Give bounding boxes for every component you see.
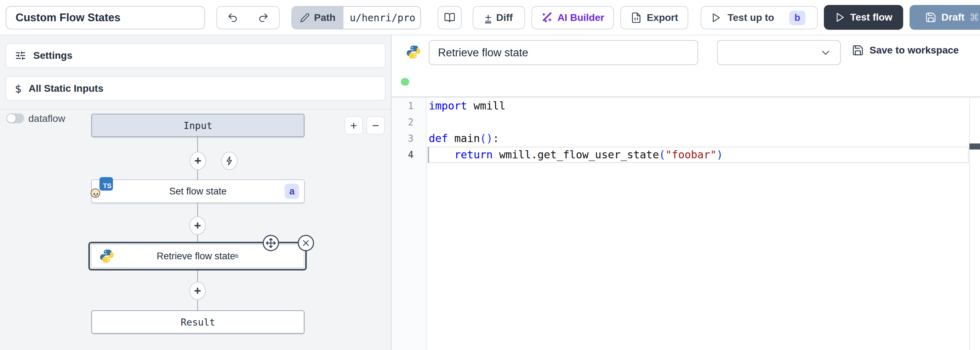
editor-scrollbar-thumb[interactable] <box>969 144 980 150</box>
save-icon <box>852 44 864 56</box>
pencil-icon <box>300 13 310 23</box>
step-editor-panel: Save to workspace $ $ (Pyright Black Ruf… <box>391 35 980 350</box>
python-icon <box>99 248 115 264</box>
line-number-active: 4 <box>391 147 414 163</box>
redo-icon <box>258 12 269 23</box>
version-select[interactable] <box>717 40 841 65</box>
windmill-flow-editor: Path u/henri/pro ± Diff AI Builder Expor… <box>0 0 980 350</box>
test-up-to-button[interactable]: Test up to b <box>701 6 818 29</box>
docs-button[interactable] <box>438 6 462 29</box>
line-number: 1 <box>391 98 414 114</box>
save-to-workspace-label: Save to workspace <box>870 45 959 56</box>
flow-name-input[interactable] <box>16 11 195 24</box>
trigger-button[interactable] <box>221 152 237 170</box>
python-icon <box>406 44 421 60</box>
export-button[interactable]: Export <box>620 6 688 29</box>
diff-label: Diff <box>496 12 513 23</box>
book-open-icon <box>444 12 455 23</box>
test-flow-label: Test flow <box>850 12 892 23</box>
dataflow-toggle[interactable] <box>6 113 24 123</box>
play-icon <box>835 12 845 23</box>
plus-minus-icon: ± <box>485 11 492 24</box>
dollar-icon: $ <box>15 82 22 95</box>
step-a-label: Set flow state <box>169 186 227 197</box>
plus-icon: + <box>194 155 202 166</box>
edit-path-button[interactable]: Path <box>292 7 344 29</box>
undo-button[interactable] <box>216 6 248 29</box>
flow-graph-panel: Settings $ All Static Inputs dataflow + … <box>0 35 391 350</box>
step-name-field[interactable] <box>429 40 698 65</box>
flow-settings-button[interactable]: Settings <box>6 43 385 68</box>
static-inputs-label: All Static Inputs <box>29 83 104 94</box>
flow-name-field[interactable] <box>6 6 205 29</box>
chevron-down-icon <box>819 47 832 59</box>
zoom-in-button[interactable]: + <box>345 116 363 134</box>
plus-icon: + <box>194 284 201 297</box>
line-number: 3 <box>391 130 414 147</box>
settings-label: Settings <box>33 50 72 61</box>
bolt-icon <box>224 156 234 166</box>
diff-button[interactable]: ± Diff <box>473 6 525 29</box>
sliders-icon <box>15 50 26 61</box>
step-a-node[interactable]: TS Set flow state a <box>91 180 304 203</box>
play-icon <box>711 13 721 23</box>
save-to-workspace-button[interactable]: Save to workspace <box>852 44 959 56</box>
zoom-out-button[interactable]: − <box>366 116 385 134</box>
step-b-label: Retrieve flow state <box>157 251 235 262</box>
plus-icon: + <box>194 219 201 231</box>
export-label: Export <box>647 12 678 23</box>
redo-button[interactable] <box>248 6 280 29</box>
save-draft-button[interactable]: Draft ⌘S <box>910 5 980 30</box>
step-b-badge: b <box>235 253 239 259</box>
ai-builder-button[interactable]: AI Builder <box>531 6 614 29</box>
add-step-button-2[interactable]: + <box>189 216 206 235</box>
draft-label: Draft <box>942 12 964 23</box>
test-up-to-step-badge: b <box>789 11 806 25</box>
result-node[interactable]: Result <box>91 310 304 334</box>
step-name-input[interactable] <box>438 46 689 59</box>
move-step-button[interactable] <box>263 235 279 251</box>
add-step-button-1[interactable]: + <box>190 152 206 170</box>
delete-step-button[interactable] <box>298 235 314 251</box>
step-a-badge: a <box>285 184 299 199</box>
wand-sparkles-icon <box>541 12 552 23</box>
code-line-4: return wmill.get_flow_user_state("foobar… <box>429 147 723 163</box>
input-node-label: Input <box>183 120 212 131</box>
undo-icon <box>227 12 238 23</box>
code-line-1: import wmill <box>429 98 506 114</box>
input-node[interactable]: Input <box>91 114 304 137</box>
lint-status-dot <box>401 78 409 86</box>
add-step-button-3[interactable]: + <box>189 281 206 300</box>
code-line-3: def main(): <box>429 130 499 147</box>
toggle-knob <box>7 114 16 123</box>
file-export-icon <box>630 12 642 23</box>
path-label: Path <box>314 12 336 23</box>
all-static-inputs-button[interactable]: $ All Static Inputs <box>6 76 385 101</box>
test-flow-button[interactable]: Test flow <box>824 5 903 30</box>
step-b-node-selected[interactable]: Retrieve flow state b <box>89 242 307 270</box>
result-node-label: Result <box>181 317 215 328</box>
top-toolbar: Path u/henri/pro ± Diff AI Builder Expor… <box>0 0 980 35</box>
test-up-to-label: Test up to <box>727 12 774 23</box>
save-icon <box>925 12 937 23</box>
path-group: Path u/henri/pro <box>291 6 421 29</box>
line-number: 2 <box>391 114 414 130</box>
ai-builder-label: AI Builder <box>557 12 604 23</box>
code-editor[interactable]: 1 2 3 4 import wmill def main(): return … <box>391 98 980 350</box>
editor-scrollbar-track[interactable] <box>969 98 970 350</box>
draft-shortcut: ⌘S <box>969 12 980 23</box>
dataflow-label: dataflow <box>28 113 65 124</box>
panel-separator <box>0 109 391 110</box>
path-value[interactable]: u/henri/pro <box>344 7 421 29</box>
